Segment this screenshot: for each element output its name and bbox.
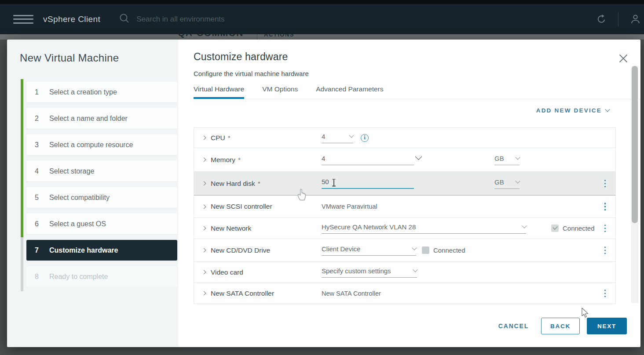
step-label: Select a compute resource	[49, 141, 133, 149]
row-scsi-controls: VMware Paravirtual	[322, 196, 615, 217]
refresh-icon[interactable]	[593, 11, 610, 28]
background-actions-menu: ACTIONS	[264, 34, 294, 38]
wizard-steps-list: 1 Select a creation type 2 Select a name…	[7, 82, 178, 293]
dialog-scrollbar[interactable]	[631, 66, 638, 303]
search-placeholder: Search in all environments	[136, 15, 224, 24]
cd-dvd-select-value: Client Device	[322, 245, 360, 253]
sata-controller-value: New SATA Controller	[322, 290, 381, 297]
step-select-guest-os[interactable]: 6 Select a guest OS	[26, 214, 177, 234]
cd-kebab-menu[interactable]	[603, 245, 608, 256]
expand-chevron-icon[interactable]	[202, 158, 206, 162]
new-vm-wizard-dialog: New Virtual Machine 1 Select a creation …	[7, 40, 640, 347]
tab-advanced-parameters[interactable]: Advanced Parameters	[316, 85, 383, 99]
expand-chevron-icon[interactable]	[202, 204, 206, 209]
row-hard-disk-controls: GB	[322, 172, 615, 195]
video-card-select[interactable]: Specify custom settings	[322, 267, 417, 278]
step-select-compatibility[interactable]: 5 Select compatibility	[26, 187, 177, 208]
expand-chevron-icon[interactable]	[202, 291, 206, 296]
add-new-device-label: ADD NEW DEVICE	[536, 107, 602, 114]
user-menu-icon[interactable]	[626, 11, 644, 28]
hamburger-menu-icon[interactable]	[13, 15, 33, 24]
wizard-footer: CANCEL BACK NEXT	[498, 318, 627, 334]
wizard-title: New Virtual Machine	[20, 52, 119, 64]
cd-dvd-select[interactable]: Client Device	[322, 245, 416, 256]
step-number: 2	[35, 115, 44, 123]
scrollbar-thumb[interactable]	[632, 66, 638, 223]
disk-size-input[interactable]	[322, 178, 414, 188]
row-sata-label: New SATA Controller	[194, 290, 322, 297]
wizard-steps-sidebar: New Virtual Machine 1 Select a creation …	[7, 40, 178, 347]
memory-size-input[interactable]	[322, 155, 414, 165]
required-mark: *	[228, 134, 231, 142]
chevron-down-icon	[605, 107, 610, 112]
sata-kebab-menu[interactable]	[603, 288, 608, 299]
step-number: 8	[35, 273, 44, 281]
network-select[interactable]: HySecure QA Network VLAN 28	[322, 223, 526, 234]
disk-unit-select[interactable]: GB	[494, 178, 520, 189]
step-number: 5	[35, 194, 44, 202]
chevron-down-icon	[413, 267, 417, 272]
step-customize-hardware-active[interactable]: 7 Customize hardware	[26, 240, 177, 261]
device-label: New CD/DVD Drive	[211, 246, 270, 254]
progress-bar-remaining	[21, 237, 23, 291]
vsphere-client-screen: { "topbar": { "brand": "vSphere Client",…	[0, 0, 644, 355]
step-label: Select a guest OS	[49, 220, 106, 228]
step-number: 3	[35, 141, 44, 149]
step-label: Ready to complete	[49, 273, 108, 281]
expand-chevron-icon[interactable]	[202, 248, 206, 253]
close-icon[interactable]	[618, 54, 628, 63]
step-label: Select a creation type	[49, 88, 117, 96]
row-new-network: New Network HySecure QA Network VLAN 28 …	[194, 218, 615, 239]
network-connected-checkbox[interactable]	[551, 225, 559, 232]
add-new-device-button[interactable]: ADD NEW DEVICE	[536, 107, 609, 114]
cpu-info-icon[interactable]: i	[361, 134, 369, 142]
device-label: New Hard disk	[211, 180, 255, 188]
step-number: 1	[35, 88, 44, 96]
network-select-value: HySecure QA Network VLAN 28	[322, 223, 416, 231]
memory-stepper-chevron-icon[interactable]	[415, 153, 422, 160]
network-kebab-menu[interactable]	[603, 223, 608, 234]
step-select-compute-resource[interactable]: 3 Select a compute resource	[26, 134, 177, 155]
row-video-label: Video card	[194, 268, 322, 276]
search-icon	[119, 13, 130, 26]
memory-size-field	[322, 155, 414, 165]
cancel-button[interactable]: CANCEL	[498, 322, 529, 330]
row-memory-label: Memory *	[194, 156, 322, 164]
cd-connected-checkbox[interactable]	[422, 246, 429, 254]
tab-vm-options[interactable]: VM Options	[262, 85, 298, 99]
add-device-bar: ADD NEW DEVICE	[194, 99, 640, 127]
cpu-count-value: 4	[322, 133, 325, 140]
row-memory: Memory * GB	[194, 148, 615, 172]
step-select-storage[interactable]: 4 Select storage	[26, 161, 177, 181]
step-label: Select a name and folder	[49, 115, 128, 123]
device-label: Video card	[211, 268, 243, 276]
next-button[interactable]: NEXT	[587, 318, 627, 334]
connected-label: Connected	[433, 246, 465, 254]
dimmed-background-page: QA-COMMON ACTIONS	[0, 34, 644, 40]
step-select-name-folder[interactable]: 2 Select a name and folder	[26, 108, 177, 129]
step-number: 4	[35, 167, 44, 175]
step-number: 7	[35, 246, 44, 254]
topbar-divider	[618, 12, 618, 27]
chevron-down-icon	[515, 178, 520, 183]
expand-chevron-icon[interactable]	[202, 136, 206, 140]
expand-chevron-icon[interactable]	[202, 270, 206, 275]
expand-chevron-icon[interactable]	[202, 181, 206, 186]
app-brand: vSphere Client	[43, 14, 100, 24]
row-scsi-label: New SCSI controller	[194, 203, 322, 210]
connected-label: Connected	[563, 225, 595, 232]
cpu-count-select[interactable]: 4	[322, 133, 353, 143]
global-search[interactable]: Search in all environments	[119, 13, 224, 26]
disk-size-field	[322, 178, 414, 189]
scsi-kebab-menu[interactable]	[603, 201, 608, 212]
memory-unit-select[interactable]: GB	[494, 155, 520, 165]
expand-chevron-icon[interactable]	[202, 226, 206, 231]
tab-virtual-hardware[interactable]: Virtual Hardware	[194, 85, 244, 99]
device-label: CPU	[211, 134, 225, 142]
step-select-creation-type[interactable]: 1 Select a creation type	[26, 82, 177, 102]
device-label: New SATA Controller	[211, 290, 274, 297]
required-mark: *	[238, 156, 241, 164]
hard-disk-kebab-menu[interactable]	[603, 178, 608, 189]
back-button[interactable]: BACK	[541, 318, 580, 334]
device-label: Memory	[211, 156, 235, 164]
